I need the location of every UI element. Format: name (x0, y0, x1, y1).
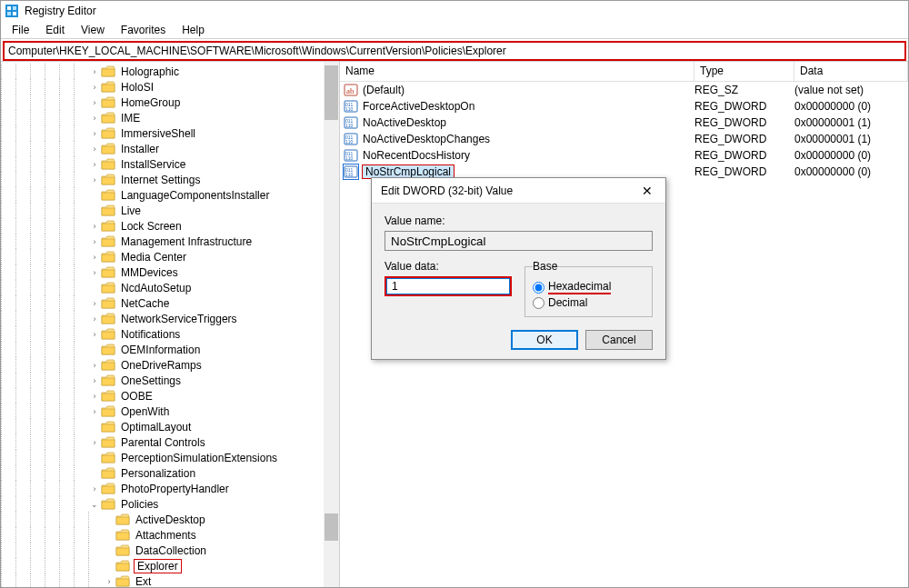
tree-item[interactable]: ›OneDriveRamps (1, 357, 339, 373)
chevron-right-icon[interactable]: › (88, 83, 101, 92)
tree-item[interactable]: ›Parental Controls (1, 434, 339, 450)
chevron-right-icon[interactable]: › (88, 361, 101, 370)
tree-item[interactable]: ›Notifications (1, 326, 339, 342)
scrollbar-thumb[interactable] (325, 513, 338, 541)
ok-button[interactable]: OK (511, 330, 578, 350)
value-data-field[interactable] (385, 276, 512, 296)
tree-item[interactable]: ›Ext (1, 573, 339, 587)
chevron-right-icon[interactable]: › (88, 268, 101, 277)
chevron-right-icon[interactable]: › (88, 175, 101, 184)
chevron-right-icon[interactable]: › (88, 222, 101, 231)
tree-item[interactable]: ActiveDesktop (1, 512, 339, 527)
chevron-right-icon[interactable]: › (88, 392, 101, 401)
value-data: 0x00000000 (0) (794, 149, 908, 162)
menu-favorites[interactable]: Favorites (114, 22, 173, 38)
chevron-right-icon[interactable]: › (88, 314, 101, 324)
tree-item[interactable]: ›Holographic (1, 64, 339, 79)
chevron-right-icon[interactable]: › (88, 129, 101, 138)
tree-scrollbar[interactable] (324, 62, 339, 587)
tree-item-label: Live (119, 204, 143, 217)
radio-decimal-label[interactable]: Decimal (548, 296, 587, 309)
cancel-button[interactable]: Cancel (585, 330, 653, 350)
folder-icon (101, 96, 115, 108)
folder-icon (101, 143, 115, 154)
tree-item[interactable]: DataCollection (1, 543, 339, 558)
tree-item[interactable]: ›NetCache (1, 295, 339, 311)
tree-item[interactable]: Attachments (1, 527, 339, 543)
chevron-right-icon[interactable]: › (88, 253, 101, 262)
header-name[interactable]: Name (340, 62, 694, 81)
tree-item[interactable]: ›InstallService (1, 156, 339, 172)
tree-item[interactable]: PerceptionSimulationExtensions (1, 450, 339, 465)
tree-item-label: DataCollection (134, 544, 208, 557)
tree-item[interactable]: ›HomeGroup (1, 95, 339, 110)
registry-tree[interactable]: ›Holographic›HoloSI›HomeGroup›IME›Immers… (1, 62, 339, 587)
radio-hexadecimal[interactable] (533, 282, 544, 294)
window-title: Registry Editor (25, 5, 96, 17)
tree-item[interactable]: ›PhotoPropertyHandler (1, 481, 339, 496)
tree-item[interactable]: Explorer (1, 558, 339, 573)
chevron-right-icon[interactable]: › (103, 577, 115, 586)
value-row[interactable]: 011110NoActiveDesktopChangesREG_DWORD0x0… (340, 131, 908, 147)
tree-item[interactable]: ›ImmersiveShell (1, 125, 339, 141)
chevron-right-icon[interactable]: › (88, 67, 101, 76)
value-row[interactable]: 011110ForceActiveDesktopOnREG_DWORD0x000… (340, 98, 908, 115)
chevron-right-icon[interactable]: › (88, 98, 101, 107)
tree-item[interactable]: ›OneSettings (1, 373, 339, 388)
tree-item[interactable]: NcdAutoSetup (1, 280, 339, 295)
tree-item[interactable]: ⌄Policies (1, 496, 339, 512)
tree-item[interactable]: LanguageComponentsInstaller (1, 187, 339, 203)
tree-item[interactable]: OptimalLayout (1, 419, 339, 434)
radio-decimal[interactable] (533, 297, 544, 309)
values-list[interactable]: ab(Default)REG_SZ(value not set)011110Fo… (340, 82, 908, 180)
tree-item[interactable]: ›OOBE (1, 388, 339, 404)
value-row[interactable]: 011110NoRecentDocsHistoryREG_DWORD0x0000… (340, 147, 908, 164)
close-icon[interactable]: ✕ (629, 184, 665, 198)
scrollbar-thumb[interactable] (325, 65, 338, 120)
tree-item[interactable]: OEMInformation (1, 342, 339, 357)
value-type: REG_DWORD (694, 116, 794, 129)
dialog-titlebar[interactable]: Edit DWORD (32-bit) Value ✕ (372, 178, 665, 204)
chevron-right-icon[interactable]: › (88, 407, 101, 416)
folder-icon (101, 158, 115, 170)
header-type[interactable]: Type (694, 62, 794, 81)
menu-file[interactable]: File (5, 22, 36, 38)
menu-help[interactable]: Help (175, 22, 212, 38)
chevron-right-icon[interactable]: › (88, 160, 101, 169)
tree-item[interactable]: Live (1, 203, 339, 218)
tree-item-label: OEMInformation (119, 344, 202, 356)
tree-item[interactable]: ›HoloSI (1, 79, 339, 95)
chevron-right-icon[interactable]: › (88, 114, 101, 123)
tree-item[interactable]: ›Lock Screen (1, 218, 339, 234)
tree-item[interactable]: ›Management Infrastructure (1, 234, 339, 249)
tree-item-label: Ext (134, 575, 153, 588)
chevron-right-icon[interactable]: › (88, 484, 101, 493)
tree-item[interactable]: Personalization (1, 465, 339, 481)
chevron-right-icon[interactable]: › (88, 438, 101, 447)
tree-item[interactable]: ›IME (1, 110, 339, 125)
chevron-down-icon[interactable]: ⌄ (88, 500, 101, 509)
chevron-right-icon[interactable]: › (88, 145, 101, 154)
folder-icon (115, 513, 130, 525)
header-data[interactable]: Data (794, 62, 908, 81)
tree-item[interactable]: ›OpenWith (1, 404, 339, 419)
tree-item-label: Media Center (119, 251, 188, 264)
chevron-right-icon[interactable]: › (88, 299, 101, 308)
chevron-right-icon[interactable]: › (88, 330, 101, 339)
tree-item[interactable]: ›NetworkServiceTriggers (1, 311, 339, 326)
menu-view[interactable]: View (74, 22, 112, 38)
tree-item[interactable]: ›MMDevices (1, 264, 339, 280)
tree-item[interactable]: ›Media Center (1, 249, 339, 264)
folder-icon (101, 127, 115, 139)
menu-edit[interactable]: Edit (38, 22, 72, 38)
tree-item[interactable]: ›Installer (1, 141, 339, 156)
folder-icon (115, 575, 130, 587)
value-row[interactable]: ab(Default)REG_SZ(value not set) (340, 82, 908, 98)
address-bar[interactable] (5, 43, 904, 59)
chevron-right-icon[interactable]: › (88, 237, 101, 246)
chevron-right-icon[interactable]: › (88, 376, 101, 385)
folder-icon (101, 251, 115, 263)
tree-item[interactable]: ›Internet Settings (1, 172, 339, 187)
value-row[interactable]: 011110NoActiveDesktopREG_DWORD0x00000001… (340, 115, 908, 131)
radio-hexadecimal-label[interactable]: Hexadecimal (548, 280, 611, 294)
